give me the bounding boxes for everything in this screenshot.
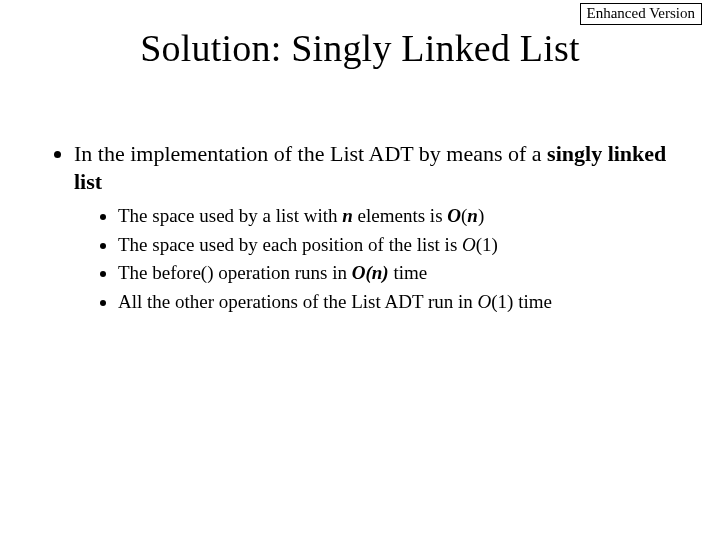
text: The before() operation runs in — [118, 262, 352, 283]
slide-body: In the implementation of the List ADT by… — [0, 140, 720, 315]
text: time — [389, 262, 428, 283]
big-o: O — [478, 291, 492, 312]
intro-text: In the implementation of the List ADT by… — [74, 141, 547, 166]
big-o-n: O(n) — [352, 262, 389, 283]
big-o: O — [447, 205, 461, 226]
text: elements is — [353, 205, 447, 226]
intro-bullet: In the implementation of the List ADT by… — [74, 140, 672, 315]
list-item: The space used by a list with n elements… — [118, 203, 672, 229]
text: (1) — [476, 234, 498, 255]
text: The space used by a list with — [118, 205, 342, 226]
list-item: All the other operations of the List ADT… — [118, 289, 672, 315]
badge-enhanced-version: Enhanced Version — [580, 3, 702, 25]
text: The space used by each position of the l… — [118, 234, 462, 255]
text: ) — [478, 205, 484, 226]
text: (1) time — [491, 291, 552, 312]
slide-title: Solution: Singly Linked List — [0, 26, 720, 70]
inner-list: The space used by a list with n elements… — [74, 203, 672, 315]
list-item: The before() operation runs in O(n) time — [118, 260, 672, 286]
big-o: O — [462, 234, 476, 255]
var-n: n — [467, 205, 478, 226]
outer-list: In the implementation of the List ADT by… — [48, 140, 672, 315]
list-item: The space used by each position of the l… — [118, 232, 672, 258]
var-n: n — [342, 205, 353, 226]
text: All the other operations of the List ADT… — [118, 291, 478, 312]
